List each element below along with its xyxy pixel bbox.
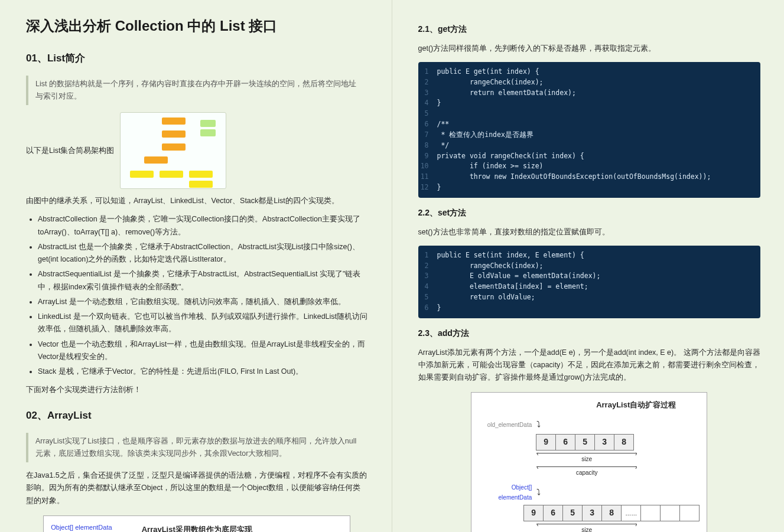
implementation-list: AbstractCollection 是一个抽象类，它唯一实现Collectio…	[38, 213, 368, 378]
diagram-row: 以下是List集合简易架构图	[26, 112, 368, 189]
array-cell: 5	[562, 505, 583, 521]
generics-paragraph: 在Java1.5之后，集合还提供了泛型，泛型只是编译器提供的语法糖，方便编程，对…	[26, 469, 368, 507]
array-cell	[679, 505, 700, 521]
size-label: size	[581, 527, 592, 532]
array-cell: 3	[594, 434, 614, 451]
list-item: AbstractList 也是一个抽象类，它继承于AbstractCollect…	[38, 241, 368, 266]
array-cell: 8	[601, 505, 622, 521]
list-item: AbstractSequentialList 是一个抽象类，它继承于Abstra…	[38, 268, 368, 293]
list-item: AbstractCollection 是一个抽象类，它唯一实现Collectio…	[38, 213, 368, 239]
arraylist-array-diagram: Object[] elementData ArrayList采用数组作为底层实现…	[43, 515, 350, 532]
heading-21: 2.1、get方法	[418, 22, 761, 37]
list-item: LinkedList 是一个双向链表。它也可以被当作堆栈、队列或双端队列进行操作…	[38, 311, 368, 336]
array-cell: 3	[582, 505, 602, 521]
list-item: ArrayList 是一个动态数组，它由数组实现。随机访问效率高，随机插入、随机…	[38, 296, 368, 308]
array-cell: 5	[575, 434, 595, 451]
array-cell: 6	[555, 434, 575, 451]
quote-arraylist: ArrayList实现了List接口，也是顺序容器，即元素存放的数据与放进去的顺…	[26, 433, 368, 463]
new-array-cells: 9 6 5 3 8 ……	[524, 505, 700, 521]
code-block-set: 1public E set(int index, E element) {2 r…	[418, 246, 761, 318]
set-paragraph: set()方法也非常简单，直接对数组的指定位置赋值即可。	[418, 226, 761, 239]
array-cell: 6	[543, 505, 563, 521]
array-cell: 9	[536, 434, 556, 451]
list-item: Vector 也是一个动态数组，和ArrayList一样，也是由数组实现。但是A…	[38, 338, 368, 364]
array-cell: 8	[614, 434, 634, 451]
arraylist-expand-diagram: ArrayList自动扩容过程 old_elementData ⤵ 9 6 5 …	[471, 392, 707, 532]
inheritance-paragraph: 由图中的继承关系，可以知道，ArrayList、LinkedList、Vecto…	[26, 195, 368, 207]
document-page: 深入浅出分析 Collection 中的 List 接口 01、List简介 L…	[0, 0, 784, 532]
add-paragraph: ArrayList添加元素有两个方法，一个是add(E e)，另一个是add(i…	[418, 347, 761, 384]
heading-23: 2.3、add方法	[418, 327, 761, 341]
code-block-get: 1public E get(int index) {2 rangeCheck(i…	[418, 62, 761, 198]
old-array-cells: 9 6 5 3 8	[536, 434, 634, 451]
heading-01: 01、List简介	[26, 50, 368, 67]
analyze-paragraph: 下面对各个实现类进行方法剖析！	[26, 384, 368, 396]
size-label: size	[581, 456, 592, 462]
array-cell	[660, 505, 680, 521]
list-item: Stack 是栈，它继承于Vector。它的特性是：先进后出(FILO, Fir…	[38, 365, 368, 378]
left-column: 深入浅出分析 Collection 中的 List 接口 01、List简介 L…	[0, 0, 392, 532]
array-cell: 9	[523, 505, 544, 521]
quote-list-intro: List 的数据结构就是一个序列，存储内容时直接在内存中开辟一块连续的空间，然后…	[26, 76, 368, 106]
get-paragraph: get()方法同样很简单，先判断传入的下标是否越界，再获取指定元素。	[418, 43, 761, 55]
right-column: 2.1、get方法 get()方法同样很简单，先判断传入的下标是否越界，再获取指…	[392, 0, 785, 532]
array-cell: ……	[621, 505, 641, 521]
expand-diagram-title: ArrayList自动扩容过程	[479, 399, 700, 412]
old-element-label: old_elementData	[479, 420, 532, 430]
diagram-caption: 以下是List集合简易架构图	[26, 145, 114, 157]
object-array-label: Object[] elementData	[51, 522, 112, 532]
capacity-label: capacity	[576, 469, 598, 476]
new-element-label: Object[] elementData	[479, 482, 532, 502]
heading-02: 02、ArrayList	[26, 407, 368, 425]
heading-22: 2.2、set方法	[418, 206, 761, 220]
array-cell	[640, 505, 661, 521]
page-title: 深入浅出分析 Collection 中的 List 接口	[26, 14, 368, 38]
list-hierarchy-diagram	[120, 112, 226, 189]
